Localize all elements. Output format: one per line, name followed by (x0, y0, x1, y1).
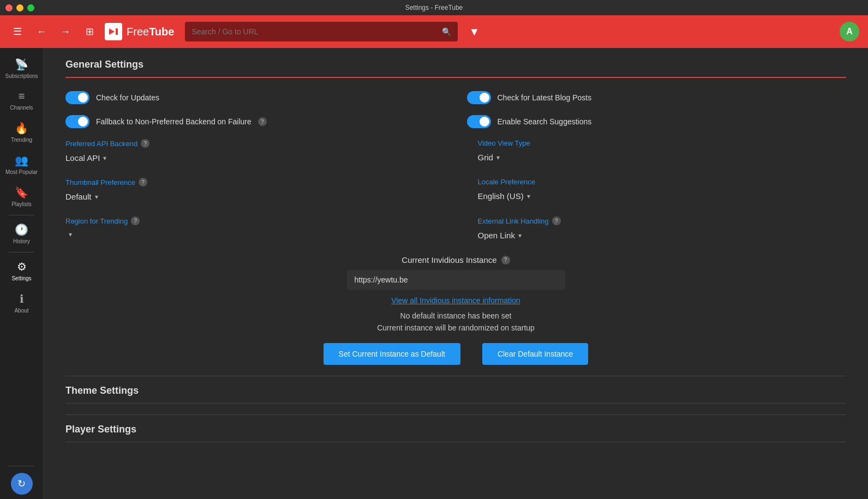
window-controls[interactable] (5, 4, 34, 11)
sidebar-item-label: Playlists (11, 201, 32, 207)
general-settings-section: General Settings Check for Updates Check… (65, 59, 846, 365)
video-view-type-select[interactable]: Grid ▾ (478, 151, 847, 164)
invidious-input[interactable] (347, 270, 565, 290)
locale-preference-select[interactable]: English (US) ▾ (478, 189, 847, 203)
general-settings-title: General Settings (65, 59, 846, 78)
app-body: 📡 Subscriptions ≡ Channels 🔥 Trending 👥 … (0, 48, 868, 499)
avatar[interactable]: A (840, 22, 859, 41)
sidebar-item-about[interactable]: ℹ About (0, 287, 43, 319)
sync-button[interactable]: ↻ (11, 473, 33, 495)
toggle-search-suggestions-label: Enable Search Suggestions (498, 117, 592, 126)
sidebar-item-label: About (14, 308, 28, 314)
fallback-help-icon[interactable]: ? (258, 117, 267, 126)
player-settings-title: Player Settings (65, 415, 846, 442)
sidebar-item-history[interactable]: 🕐 History (0, 218, 43, 250)
logo-text: FreeTube (127, 26, 174, 38)
history-icon: 🕐 (15, 223, 28, 236)
fields-row-3: Region for Trending ? ▾ External Link Ha… (65, 217, 846, 242)
settings-icon: ⚙ (17, 260, 27, 273)
close-button[interactable] (5, 4, 13, 11)
sidebar-bottom: ↻ (0, 464, 43, 499)
most-popular-icon: 👥 (15, 154, 28, 167)
maximize-button[interactable] (27, 4, 34, 11)
sidebar: 📡 Subscriptions ≡ Channels 🔥 Trending 👥 … (0, 48, 44, 499)
video-view-type-value: Grid (478, 153, 493, 162)
channels-icon: ≡ (19, 90, 25, 103)
view-all-invidious-link[interactable]: View all Invidious instance information (391, 296, 520, 305)
region-trending-help-icon[interactable]: ? (131, 217, 140, 225)
invidious-label: Current Invidious Instance ? (402, 255, 510, 264)
external-link-label: External Link Handling ? (478, 217, 847, 225)
forward-button[interactable]: → (57, 23, 74, 40)
preferred-api-chevron: ▾ (103, 154, 106, 162)
search-icon: 🔍 (442, 27, 451, 36)
sidebar-divider-3 (9, 466, 34, 466)
toggle-blog[interactable] (467, 91, 491, 104)
back-button[interactable]: ← (33, 23, 50, 40)
toggle-blog-label: Check for Latest Blog Posts (498, 93, 592, 102)
thumbnail-chevron: ▾ (95, 193, 98, 201)
sidebar-item-most-popular[interactable]: 👥 Most Popular (0, 148, 43, 181)
toggle-check-blog: Check for Latest Blog Posts (467, 91, 847, 104)
toggle-search-suggestions-input[interactable] (467, 115, 491, 128)
filter-button[interactable]: ▼ (469, 26, 480, 38)
toggle-search-suggestions: Enable Search Suggestions (467, 115, 847, 128)
preferred-api-select[interactable]: Local API ▾ (65, 151, 434, 165)
sidebar-item-label: Trending (11, 137, 32, 143)
video-view-type-chevron: ▾ (496, 154, 500, 161)
sidebar-item-label: Channels (10, 105, 33, 111)
randomize-message: Current instance will be randomized on s… (377, 323, 535, 332)
playlists-icon: 🔖 (15, 186, 28, 199)
region-trending-select[interactable]: ▾ (65, 229, 434, 241)
preferred-api-help-icon[interactable]: ? (141, 139, 149, 148)
video-view-type-label: Video View Type (478, 139, 847, 147)
no-default-message: No default instance has been set (400, 311, 512, 320)
main-content: General Settings Check for Updates Check… (44, 48, 868, 499)
window-title: Settings - FreeTube (405, 4, 463, 11)
locale-chevron: ▾ (527, 193, 530, 200)
external-link-field: External Link Handling ? Open Link ▾ (478, 217, 847, 242)
invidious-section: Current Invidious Instance ? View all In… (65, 255, 846, 365)
sidebar-item-playlists[interactable]: 🔖 Playlists (0, 181, 43, 213)
video-view-type-field: Video View Type Grid ▾ (478, 139, 847, 165)
search-input[interactable] (191, 27, 438, 36)
theme-settings-title: Theme Settings (65, 376, 846, 404)
svg-rect-1 (116, 28, 118, 35)
sidebar-item-label: History (13, 238, 30, 244)
invidious-help-icon[interactable]: ? (501, 256, 510, 264)
logo: FreeTube (105, 23, 174, 40)
locale-preference-value: English (US) (478, 191, 524, 201)
toggle-check-updates: Check for Updates (65, 91, 445, 104)
search-bar[interactable]: 🔍 (185, 22, 458, 41)
sidebar-item-subscriptions[interactable]: 📡 Subscriptions (0, 52, 43, 85)
clear-default-button[interactable]: Clear Default Instance (482, 343, 589, 365)
title-bar: Settings - FreeTube (0, 0, 868, 15)
locale-preference-label: Locale Preference (478, 178, 847, 186)
sidebar-divider-2 (9, 252, 34, 252)
thumbnail-help-icon[interactable]: ? (139, 178, 147, 187)
preferred-api-field: Preferred API Backend ? Local API ▾ (65, 139, 434, 165)
menu-button[interactable]: ☰ (9, 23, 26, 40)
set-default-button[interactable]: Set Current Instance as Default (324, 343, 460, 365)
sidebar-item-trending[interactable]: 🔥 Trending (0, 116, 43, 148)
logo-icon (105, 23, 122, 40)
sidebar-divider (9, 215, 34, 215)
toggle-updates[interactable] (65, 91, 89, 104)
toggle-fallback-label: Fallback to Non-Preferred Backend on Fai… (96, 117, 252, 126)
minimize-button[interactable] (16, 4, 23, 11)
toggle-fallback-input[interactable] (65, 115, 89, 128)
sidebar-item-channels[interactable]: ≡ Channels (0, 85, 43, 116)
region-trending-field: Region for Trending ? ▾ (65, 217, 434, 242)
external-link-select[interactable]: Open Link ▾ (478, 229, 847, 242)
sidebar-item-label: Settings (11, 275, 31, 281)
external-link-help-icon[interactable]: ? (552, 217, 561, 225)
locale-preference-field: Locale Preference English (US) ▾ (478, 178, 847, 203)
sidebar-item-settings[interactable]: ⚙ Settings (0, 255, 43, 287)
preferred-api-value: Local API (65, 153, 100, 163)
toggle-updates-label: Check for Updates (96, 93, 159, 102)
thumbnail-preference-select[interactable]: Default ▾ (65, 190, 434, 203)
trending-icon: 🔥 (15, 122, 28, 135)
home-button[interactable]: ⊞ (81, 23, 98, 40)
toggle-row-2: Fallback to Non-Preferred Backend on Fai… (65, 115, 846, 128)
toggle-fallback: Fallback to Non-Preferred Backend on Fai… (65, 115, 445, 128)
